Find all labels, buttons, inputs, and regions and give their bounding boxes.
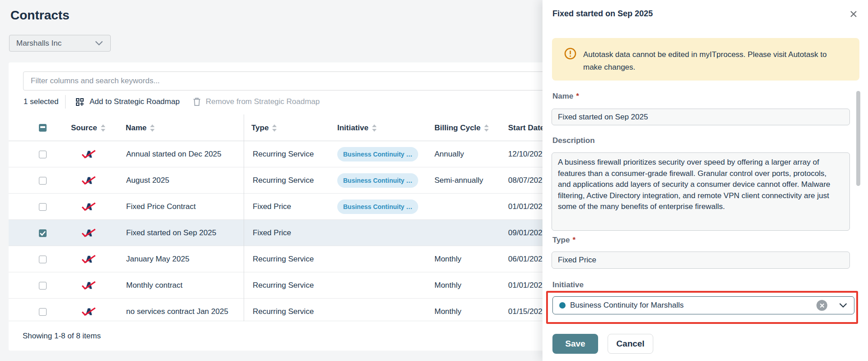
remove-from-roadmap-button[interactable]: Remove from Strategic Roadmap (193, 92, 320, 112)
add-to-roadmap-label: Add to Strategic Roadmap (90, 97, 179, 106)
autotask-logo-icon (81, 194, 96, 220)
cell-billing-cycle: Semi-annually (434, 167, 483, 194)
column-header-billing-cycle[interactable]: Billing Cycle (434, 114, 489, 141)
required-asterisk: * (576, 92, 579, 100)
initiative-pill: Business Continuity … (337, 147, 418, 162)
initiative-label: Initiative (552, 280, 584, 290)
add-to-roadmap-button[interactable]: Add to Strategic Roadmap (75, 92, 179, 112)
company-selector[interactable]: Marshalls Inc (9, 35, 111, 52)
cell-start-date: 08/07/2025 (508, 167, 547, 194)
cell-type: Recurring Service (253, 299, 314, 321)
column-divider (244, 114, 244, 321)
cell-start-date: 01/01/2025 (508, 194, 547, 220)
sort-icon (484, 124, 489, 132)
type-input[interactable] (552, 252, 850, 269)
row-checkbox[interactable] (39, 177, 47, 185)
sort-icon (150, 124, 155, 132)
sort-icon (272, 124, 277, 132)
save-button[interactable]: Save (552, 334, 598, 354)
name-input[interactable] (552, 109, 850, 125)
toolbar-divider (65, 95, 66, 109)
initiative-color-dot (559, 302, 566, 309)
cell-name: no services contract Jan 2025 (126, 299, 228, 321)
roadmap-add-icon (75, 98, 84, 106)
autotask-logo-icon (81, 167, 96, 194)
cell-start-date: 12/10/2025 (508, 141, 547, 167)
initiative-pill: Business Continuity … (337, 200, 418, 214)
row-checkbox[interactable] (39, 256, 47, 263)
autotask-warning-alert: Autotask data cannot be edited in myITpr… (552, 38, 859, 81)
type-label: Type* (552, 236, 576, 245)
cell-initiative: Business Continuity … (337, 167, 418, 194)
cell-name: Fixed Price Contract (126, 194, 196, 220)
remove-from-roadmap-label: Remove from Strategic Roadmap (206, 97, 320, 106)
selected-count: 1 selected (24, 92, 59, 112)
cell-billing-cycle: Monthly (434, 246, 462, 272)
cell-start-date: 01/01/2025 (508, 272, 547, 299)
cell-type: Recurring Service (253, 167, 314, 194)
sort-icon (101, 124, 105, 132)
cell-type: Recurring Service (253, 272, 314, 299)
cell-name: Annual started on Dec 2025 (126, 141, 222, 167)
cell-billing-cycle: Monthly (434, 299, 462, 321)
chevron-down-icon (839, 303, 847, 308)
row-checkbox[interactable] (39, 282, 47, 290)
cell-start-date: 01/15/2025 (508, 299, 547, 321)
initiative-select-value: Business Continuity for Marshalls (570, 301, 816, 310)
autotask-logo-icon (81, 299, 96, 321)
required-asterisk: * (572, 236, 576, 244)
initiative-select[interactable]: Business Continuity for Marshalls (552, 296, 854, 314)
detail-panel: Fixed started on Sep 2025 Autotask data … (542, 0, 868, 361)
cell-type: Fixed Price (253, 220, 291, 246)
column-header-type[interactable]: Type (251, 114, 277, 141)
close-button[interactable] (846, 7, 861, 21)
cell-initiative: Business Continuity … (337, 194, 418, 220)
close-icon (850, 10, 857, 18)
cell-type: Recurring Service (253, 141, 314, 167)
row-checkbox[interactable] (39, 203, 47, 211)
items-count: Showing 1-8 of 8 items (23, 321, 101, 351)
autotask-logo-icon (81, 246, 96, 272)
cell-billing-cycle: Monthly (434, 272, 462, 299)
page-title: Contracts (10, 8, 70, 23)
row-checkbox[interactable] (39, 229, 47, 237)
cell-name: August 2025 (126, 167, 169, 194)
panel-scrollbar-thumb[interactable] (856, 91, 860, 186)
cell-initiative: Business Continuity … (337, 141, 418, 167)
trash-icon (193, 97, 201, 106)
cell-type: Recurring Service (253, 246, 314, 272)
autotask-logo-icon (81, 272, 96, 299)
name-label: Name* (552, 92, 579, 101)
description-textarea[interactable] (552, 152, 850, 231)
cell-name: January May 2025 (126, 246, 189, 272)
sort-icon (372, 124, 377, 132)
cancel-button[interactable]: Cancel (608, 334, 653, 354)
cell-name: Monthly contract (126, 272, 183, 299)
column-header-name[interactable]: Name (126, 114, 155, 141)
cell-start-date: 06/01/2025 (508, 246, 547, 272)
panel-title: Fixed started on Sep 2025 (552, 9, 653, 19)
chevron-down-icon (95, 41, 103, 46)
cell-name: Fixed started on Sep 2025 (126, 220, 216, 246)
autotask-logo-icon (81, 141, 96, 167)
warning-icon (564, 48, 576, 62)
clear-initiative-button[interactable] (816, 300, 827, 311)
autotask-logo-icon (81, 220, 96, 246)
alert-text: Autotask data cannot be edited in myITpr… (583, 48, 844, 74)
cell-type: Fixed Price (253, 194, 291, 220)
initiative-pill: Business Continuity … (337, 173, 418, 188)
row-checkbox[interactable] (39, 308, 47, 316)
cell-billing-cycle: Annually (434, 141, 464, 167)
cell-start-date: 09/01/2025 (508, 220, 547, 246)
column-header-source[interactable]: Source (71, 114, 105, 141)
row-checkbox[interactable] (39, 151, 47, 158)
column-header-initiative[interactable]: Initiative (337, 114, 377, 141)
select-all-checkbox[interactable] (39, 124, 47, 132)
description-label: Description (552, 136, 595, 145)
company-selector-value: Marshalls Inc (16, 39, 61, 48)
